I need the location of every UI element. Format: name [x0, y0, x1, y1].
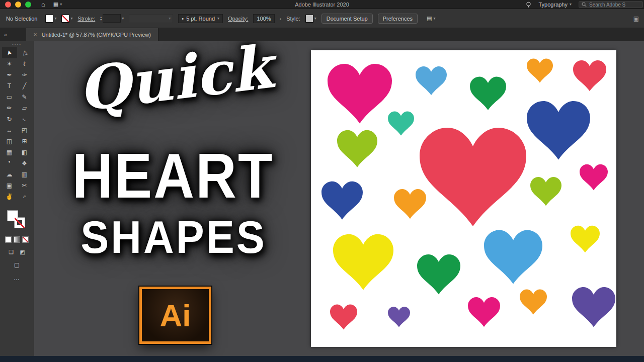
- symbol-sprayer-tool[interactable]: ☁: [2, 169, 17, 180]
- hand-tool[interactable]: ✌: [2, 191, 17, 202]
- panel-drag-handle[interactable]: ••••: [12, 41, 22, 47]
- canvas[interactable]: Quick HEART SHAPES Ai: [34, 41, 644, 356]
- direct-selection-tool-icon: ▷: [21, 50, 28, 56]
- screen-mode-icon[interactable]: ▢: [14, 261, 20, 268]
- fill-color-dropdown[interactable]: ▾: [45, 15, 56, 23]
- blend-tool[interactable]: ❖: [17, 158, 32, 169]
- eraser-tool[interactable]: ▱: [17, 103, 32, 114]
- brush-definition-dropdown[interactable]: • 5 pt. Round ▾: [178, 14, 223, 23]
- heart-shape-22[interactable]: [572, 287, 615, 327]
- heart-shape-2[interactable]: [416, 66, 447, 95]
- slice-tool[interactable]: ✂: [17, 180, 32, 191]
- mesh-tool[interactable]: ▦: [2, 147, 17, 158]
- eyedropper-tool[interactable]: ❜: [2, 158, 17, 169]
- stroke-color-dropdown[interactable]: ▾: [61, 15, 72, 23]
- rectangle-tool[interactable]: ▭: [2, 92, 17, 103]
- opacity-field[interactable]: 100%: [253, 14, 274, 23]
- stroke-weight-stepper[interactable]: ▴▾ ▾: [100, 14, 124, 23]
- app-grid-switcher[interactable]: ▦ ▾: [53, 1, 62, 8]
- arrange-documents-dropdown[interactable]: ▤ ▾: [427, 15, 435, 22]
- heart-shape-13[interactable]: [530, 177, 561, 206]
- heart-shape-4[interactable]: [527, 58, 553, 82]
- rotate-tool[interactable]: ↻: [2, 114, 17, 125]
- minimize-button[interactable]: [15, 2, 21, 8]
- draw-normal-icon[interactable]: ❏: [9, 249, 14, 255]
- scale-tool[interactable]: ↔: [17, 114, 32, 125]
- document-tab[interactable]: ✕ Untitled-1* @ 57.87% (CMYK/GPU Preview…: [26, 28, 158, 41]
- heart-shape-9[interactable]: [321, 182, 363, 220]
- heart-shape-6[interactable]: [388, 111, 414, 135]
- zoom-button[interactable]: [25, 2, 31, 8]
- draw-behind-icon[interactable]: ◩: [20, 249, 25, 255]
- heart-shape-10[interactable]: [394, 189, 426, 219]
- pencil-tool[interactable]: ✏: [2, 103, 17, 114]
- stroke-weight-label[interactable]: Stroke:: [77, 16, 95, 22]
- close-tab-icon[interactable]: ✕: [33, 32, 37, 37]
- close-button[interactable]: [5, 2, 11, 8]
- discover-lightbulb-icon[interactable]: [525, 2, 532, 8]
- chevron-down-icon: ▾: [570, 3, 572, 7]
- curvature-tool[interactable]: ✑: [17, 69, 32, 80]
- heart-shape-1[interactable]: [328, 64, 392, 123]
- line-segment-tool[interactable]: ╱: [17, 80, 32, 92]
- heart-shape-11[interactable]: [420, 128, 526, 226]
- pen-tool[interactable]: ✒: [2, 69, 17, 80]
- free-transform-tool[interactable]: ◰: [17, 125, 32, 136]
- heart-shape-5[interactable]: [573, 60, 606, 91]
- type-tool[interactable]: T: [2, 80, 17, 92]
- variable-width-profile-dropdown[interactable]: ▾: [129, 14, 173, 23]
- opacity-label[interactable]: Opacity:: [228, 16, 248, 22]
- heart-shape-15[interactable]: [417, 254, 460, 295]
- opacity-expand-icon[interactable]: ›: [280, 16, 282, 22]
- paintbrush-tool[interactable]: ✎: [17, 92, 32, 103]
- gradient-tool[interactable]: ◧: [17, 147, 32, 158]
- traffic-lights: [5, 2, 31, 8]
- selection-tool[interactable]: ➤: [2, 47, 17, 58]
- shape-builder-tool-icon: ◫: [7, 138, 12, 144]
- collapse-panel-button[interactable]: «: [4, 32, 7, 38]
- zoom-tool[interactable]: ♀: [17, 191, 32, 202]
- heart-shape-20[interactable]: [468, 297, 500, 327]
- heart-shape-16[interactable]: [484, 230, 542, 284]
- stroke-swatch[interactable]: [14, 217, 25, 228]
- none-button[interactable]: [22, 236, 29, 243]
- heart-shape-7[interactable]: [337, 130, 377, 167]
- magic-wand-tool[interactable]: ✶: [2, 58, 17, 69]
- color-button[interactable]: [5, 236, 12, 243]
- heart-shape-18[interactable]: [330, 305, 357, 330]
- chevron-down-icon: ▾: [433, 17, 435, 21]
- heart-shape-14[interactable]: [333, 234, 393, 290]
- width-tool[interactable]: ↔: [2, 125, 17, 136]
- preferences-button[interactable]: Preferences: [378, 14, 418, 24]
- stepper-arrows-icon[interactable]: ▴▾: [100, 16, 102, 21]
- expand-panels-icon[interactable]: ▣: [633, 15, 639, 22]
- chevron-down-icon: ▾: [70, 17, 72, 21]
- thumbnail-heart-text: HEART: [34, 140, 312, 212]
- heart-shape-21[interactable]: [520, 290, 547, 315]
- lasso-tool[interactable]: ℓ: [17, 58, 32, 69]
- graphic-style-dropdown[interactable]: ▾: [305, 15, 316, 23]
- pen-tool-icon: ✒: [7, 72, 12, 78]
- style-swatch-icon: [305, 15, 313, 23]
- heart-shape-12[interactable]: [580, 164, 608, 191]
- shape-builder-tool[interactable]: ◫: [2, 136, 17, 147]
- heart-shape-19[interactable]: [388, 307, 410, 327]
- gradient-button[interactable]: [14, 236, 20, 243]
- heart-shape-17[interactable]: [571, 226, 600, 253]
- home-icon[interactable]: ⌂: [41, 1, 45, 8]
- direct-selection-tool[interactable]: ▷: [17, 47, 32, 58]
- heart-shape-8[interactable]: [527, 101, 590, 160]
- artboard[interactable]: [311, 50, 616, 347]
- slice-tool-icon: ✂: [22, 183, 27, 189]
- perspective-grid-tool[interactable]: ⊞: [17, 136, 32, 147]
- stroke-weight-value[interactable]: [103, 14, 121, 23]
- hearts-artwork: [311, 50, 616, 347]
- edit-toolbar-ellipsis[interactable]: …: [14, 275, 20, 282]
- heart-shape-3[interactable]: [470, 76, 506, 110]
- document-setup-button[interactable]: Document Setup: [321, 14, 373, 24]
- search-field[interactable]: Search Adobe S: [579, 1, 643, 8]
- chevron-down-icon: ▾: [54, 17, 56, 21]
- workspace-switcher[interactable]: Typography ▾: [539, 2, 572, 8]
- column-graph-tool[interactable]: ▥: [17, 169, 32, 180]
- artboard-tool[interactable]: ▣: [2, 180, 17, 191]
